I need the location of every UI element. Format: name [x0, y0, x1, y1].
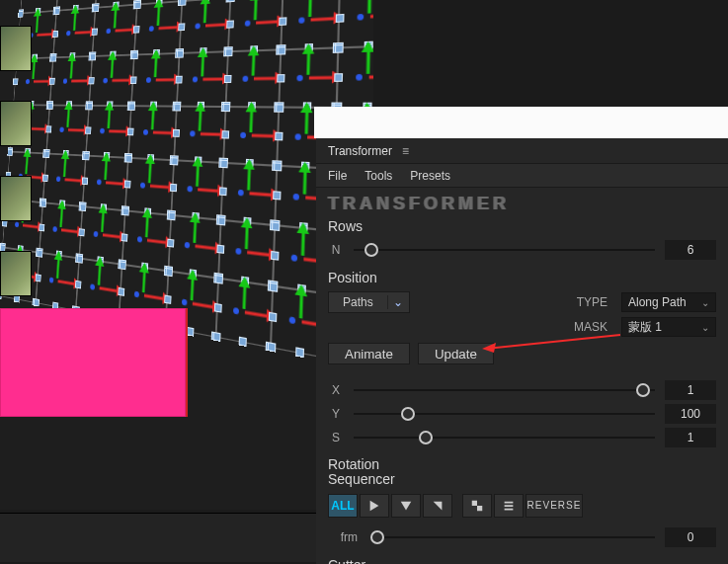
pos-y-value[interactable] — [665, 404, 716, 424]
mask-value: 蒙版 1 — [628, 319, 662, 336]
seq-all-button[interactable]: ALL — [328, 494, 358, 518]
frm-slider[interactable] — [371, 529, 655, 545]
animate-button[interactable]: Animate — [328, 343, 410, 364]
pos-s-slider[interactable] — [354, 430, 655, 445]
rows-n-slider[interactable] — [354, 242, 655, 258]
thumbnail — [0, 26, 32, 71]
transformer-panel: Transformer ≡ File Tools Presets TRANSFO… — [316, 138, 728, 564]
thumbnail — [0, 101, 32, 146]
selection-box — [0, 308, 186, 417]
section-cutter: Cutter — [316, 555, 728, 564]
section-sequencer: Rotation Sequencer ALL REVERSE frm — [316, 455, 728, 555]
frm-label: frm — [328, 530, 362, 544]
brand: TRANSFORMER — [316, 188, 728, 216]
panel-menu-icon[interactable]: ≡ — [402, 144, 409, 158]
chevron-down-icon: ⌄ — [701, 322, 709, 333]
seq-lines-button[interactable] — [494, 494, 524, 518]
pos-y-slider[interactable] — [354, 406, 655, 422]
section-rows: Rows N — [316, 216, 728, 268]
type-dropdown[interactable]: Along Path ⌄ — [621, 292, 716, 312]
paths-dropdown-button[interactable]: Paths ⌄ — [328, 291, 410, 313]
menu-presets[interactable]: Presets — [410, 169, 450, 183]
brand-logo: TRANSFORMER — [328, 194, 716, 214]
thumbnail — [0, 176, 32, 221]
chevron-down-icon: ⌄ — [387, 295, 409, 309]
timeline-shelf[interactable] — [0, 513, 316, 562]
seq-arrow-diag-button[interactable] — [423, 494, 452, 518]
menu-file[interactable]: File — [328, 169, 347, 183]
mask-dropdown[interactable]: 蒙版 1 ⌄ — [621, 317, 716, 337]
seq-step-button[interactable] — [462, 494, 492, 518]
panel-gap — [314, 107, 728, 138]
pos-s-label: S — [328, 431, 344, 444]
grid-cell[interactable] — [36, 253, 79, 311]
update-button[interactable]: Update — [418, 343, 494, 364]
mask-label: MASK — [570, 320, 613, 334]
panel-menubar: File Tools Presets — [316, 164, 728, 188]
frm-value[interactable] — [665, 527, 716, 547]
thumbnail — [0, 251, 32, 296]
pos-x-slider[interactable] — [354, 382, 655, 398]
panel-title: Transformer — [328, 144, 392, 158]
cutter-heading: Cutter — [328, 557, 716, 564]
pos-x-label: X — [328, 383, 344, 397]
rows-n-value[interactable] — [665, 240, 716, 260]
seq-arrow-down-button[interactable] — [391, 494, 421, 518]
rows-n-label: N — [328, 243, 344, 257]
rows-heading: Rows — [328, 218, 716, 234]
sequencer-heading: Rotation Sequencer — [328, 457, 716, 488]
pos-s-value[interactable] — [665, 428, 716, 447]
chevron-down-icon: ⌄ — [701, 297, 709, 308]
pos-x-value[interactable] — [665, 380, 716, 400]
selection-edge — [186, 308, 188, 417]
menu-tools[interactable]: Tools — [364, 169, 392, 183]
grid-cell[interactable] — [216, 279, 274, 349]
sequencer-toolbar: ALL REVERSE — [328, 494, 716, 518]
type-value: Along Path — [628, 295, 687, 309]
paths-label: Paths — [329, 295, 387, 309]
pos-y-label: Y — [328, 407, 344, 421]
position-heading: Position — [328, 270, 716, 285]
panel-titlebar: Transformer ≡ — [316, 138, 728, 164]
seq-arrow-right-button[interactable] — [360, 494, 389, 518]
type-label: TYPE — [570, 295, 613, 309]
section-position: Position Paths ⌄ TYPE Along Path ⌄ MASK … — [316, 268, 728, 455]
seq-reverse-button[interactable]: REVERSE — [526, 494, 583, 518]
